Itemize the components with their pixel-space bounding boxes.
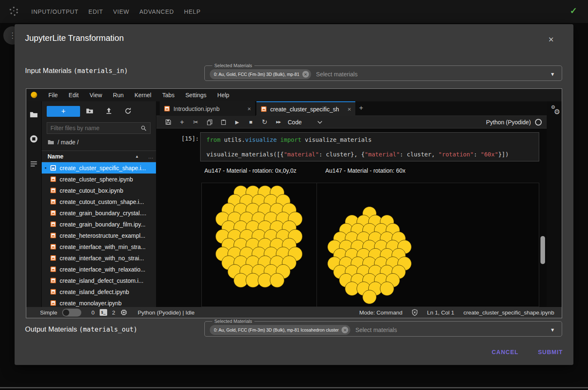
command-mode-label[interactable]: Mode: Command — [359, 309, 403, 316]
status-left: Simple 0 $_ 2 Python (Pyodide) | Idle — [40, 309, 195, 317]
kernel-indicator[interactable]: Python (Pyodide) — [486, 119, 542, 126]
output-materials-select[interactable]: Selected Materials 0: Au, Gold, FCC (Fm-… — [204, 319, 562, 337]
stop-kernel-icon[interactable]: ■ — [244, 119, 258, 125]
file-row[interactable]: create_island_defect.ipynb — [42, 286, 156, 297]
file-row[interactable]: create_cutout_custom_shape.i... — [42, 196, 156, 207]
running-kernels-icon[interactable] — [30, 135, 38, 143]
input-materials-label-text: Input Materials — [25, 67, 73, 75]
file-row[interactable]: create_island_defect_custom.i... — [42, 275, 156, 286]
jupyter-menu-view[interactable]: View — [84, 92, 108, 98]
input-material-chip[interactable]: 0: Au, Gold, FCC (Fm-3m) 3D (Bulk), mp-8… — [210, 69, 311, 79]
jupyter-menu-run[interactable]: Run — [108, 92, 129, 98]
appbar-menu-view[interactable]: VIEW — [113, 8, 129, 15]
terminal-count[interactable]: 0 — [91, 309, 95, 316]
add-cell-icon[interactable]: + — [175, 118, 189, 126]
file-row[interactable]: ●create_cluster_specific_shape.i... — [42, 162, 156, 174]
trust-shield-icon[interactable] — [412, 309, 418, 316]
chip-remove-icon[interactable]: ✕ — [302, 71, 309, 78]
kernel-status-label[interactable]: Python (Pyodide) | Idle — [138, 309, 194, 316]
code-cell-editor[interactable]: from utils.visualize import visualize_ma… — [200, 132, 539, 161]
filter-files-input[interactable] — [47, 125, 141, 131]
simple-mode-toggle[interactable] — [62, 309, 81, 317]
breadcrumb[interactable]: / made / — [48, 139, 79, 146]
new-tab-button[interactable]: + — [359, 104, 363, 112]
file-row[interactable]: create_cluster_sphere.ipynb — [42, 174, 156, 185]
appbar-menu-advanced[interactable]: ADVANCED — [139, 8, 174, 15]
file-row[interactable]: create_cutout_box.ipynb — [42, 185, 156, 196]
jupyter-menu-bar: FileEditViewRunKernelTabsSettingsHelp — [26, 89, 562, 102]
jupyter-menu-edit[interactable]: Edit — [63, 92, 84, 98]
appbar-menu-input-output[interactable]: INPUT/OUTPUT — [31, 8, 78, 15]
output-material-chip[interactable]: 0: Au, Gold, FCC (Fm-3m) 3D (Bulk), mp-8… — [210, 325, 350, 335]
jupyter-menu-kernel[interactable]: Kernel — [129, 92, 156, 98]
file-list-header[interactable]: Name ▲ … — [42, 151, 156, 162]
jupyter-menu-file[interactable]: File — [43, 92, 63, 98]
cell-type-dropdown[interactable]: Code — [288, 119, 302, 126]
appbar-menu-edit[interactable]: EDIT — [88, 8, 103, 15]
refresh-icon[interactable] — [124, 107, 132, 116]
restart-kernel-icon[interactable]: ↻ — [258, 118, 271, 126]
upload-icon[interactable] — [105, 107, 113, 116]
copy-cell-icon[interactable] — [203, 119, 216, 125]
header-more-icon[interactable]: … — [148, 153, 153, 160]
file-row[interactable]: create_interface_with_no_strai... — [42, 252, 156, 264]
status-filename[interactable]: create_cluster_specific_shape.ipynb — [463, 309, 554, 316]
file-row[interactable]: create_interface_with_relaxatio... — [42, 264, 156, 275]
code-token: "material" — [364, 151, 400, 158]
tab-create-cluster-specific-shape[interactable]: create_cluster_specific_sh × — [256, 101, 355, 116]
jupyter-menu-settings[interactable]: Settings — [180, 92, 212, 98]
cut-cell-icon[interactable]: ✂ — [189, 118, 203, 126]
notebook-file-icon — [50, 266, 56, 272]
jupyter-menus: FileEditViewRunKernelTabsSettingsHelp — [43, 89, 235, 101]
new-folder-icon[interactable] — [86, 107, 93, 116]
input-materials-select[interactable]: Selected Materials 0: Au, Gold, FCC (Fm-… — [204, 63, 562, 81]
output-select-placeholder[interactable]: Select materials — [355, 327, 545, 333]
notebook-file-icon — [50, 244, 56, 250]
file-name: create_interface_with_relaxatio... — [60, 266, 145, 273]
restart-run-all-icon[interactable]: ▶▶ — [271, 120, 285, 124]
notebook-scrollbar[interactable] — [540, 236, 545, 264]
tab-close-icon[interactable]: × — [347, 106, 351, 113]
paste-cell-icon[interactable] — [216, 119, 230, 125]
tab-introduction[interactable]: Introduction.ipynb × — [160, 101, 256, 116]
file-row[interactable]: create_heterostructure_exampl... — [42, 230, 156, 241]
cursor-position-label[interactable]: Ln 1, Col 1 — [427, 309, 454, 316]
app-logo-icon[interactable] — [8, 6, 19, 18]
file-row[interactable]: create_grain_boundary_film.ipy... — [42, 219, 156, 230]
search-icon — [141, 125, 147, 131]
jupyter-menu-tabs[interactable]: Tabs — [157, 92, 180, 98]
file-browser-icon[interactable] — [30, 111, 38, 119]
code-line: visualize_materials([{"material": cluste… — [206, 151, 509, 158]
file-name: create_cluster_specific_shape.i... — [60, 165, 146, 171]
run-cell-icon[interactable]: ▶ — [230, 119, 244, 125]
app-bar-menus: INPUT/OUTPUTEDITVIEWADVANCEDHELP — [31, 0, 201, 23]
file-name: create_monolayer.ipynb — [60, 300, 122, 307]
code-line: from utils.visualize import visualize_ma… — [206, 136, 372, 143]
file-row[interactable]: create_grain_boundary_crystal.... — [42, 207, 156, 219]
visualization-panels[interactable] — [201, 183, 539, 307]
chevron-down-icon[interactable] — [317, 121, 322, 124]
terminal-icon[interactable]: $_ — [100, 309, 107, 316]
kernel-count[interactable]: 2 — [112, 309, 116, 316]
chip-remove-icon[interactable]: ✕ — [342, 327, 348, 333]
table-of-contents-icon[interactable] — [30, 160, 38, 168]
kernel-chip-icon[interactable] — [120, 309, 128, 316]
check-icon[interactable]: ✓ — [570, 6, 577, 16]
input-materials-label: Input Materials (materials_in) — [25, 67, 128, 75]
jupyter-menu-help[interactable]: Help — [212, 92, 235, 98]
close-icon[interactable]: × — [548, 35, 554, 44]
dropdown-caret-icon[interactable]: ▼ — [550, 71, 555, 77]
submit-button[interactable]: SUBMIT — [538, 349, 563, 355]
name-column-header[interactable]: Name — [48, 153, 63, 160]
appbar-menu-help[interactable]: HELP — [184, 8, 201, 15]
dropdown-caret-icon[interactable]: ▼ — [550, 327, 555, 333]
file-name: create_cutout_box.ipynb — [60, 187, 123, 194]
file-row[interactable]: create_monolayer.ipynb — [42, 297, 156, 307]
file-row[interactable]: create_interface_with_min_stra... — [42, 241, 156, 252]
cancel-button[interactable]: CANCEL — [492, 349, 518, 355]
input-select-placeholder[interactable]: Select materials — [316, 71, 545, 78]
new-launcher-button[interactable]: + — [47, 106, 80, 117]
tab-close-icon[interactable]: × — [247, 105, 251, 112]
sort-ascending-icon[interactable]: ▲ — [135, 154, 139, 159]
save-icon[interactable] — [161, 119, 175, 125]
